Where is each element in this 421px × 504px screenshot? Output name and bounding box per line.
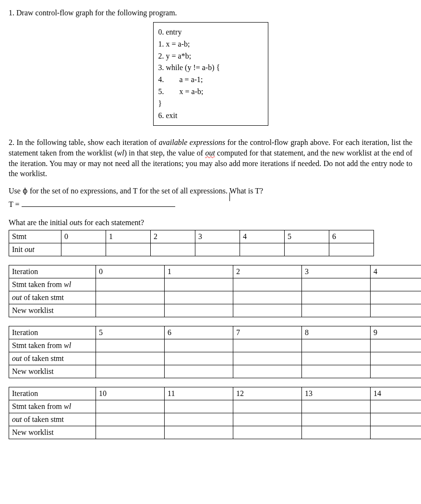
text: of taken stmt	[22, 354, 64, 362]
cell[interactable]	[371, 278, 421, 291]
cell[interactable]	[371, 339, 421, 352]
code-box: 0. entry 1. x = a-b; 2. y = a*b; 3. whil…	[153, 22, 268, 126]
text: New worklist	[12, 367, 54, 375]
cell[interactable]	[302, 400, 371, 413]
cell: 2	[151, 230, 195, 243]
cell: 8	[302, 326, 371, 339]
cell[interactable]	[233, 278, 302, 291]
cell[interactable]	[165, 365, 233, 378]
text-italic: wl	[64, 402, 71, 410]
cell[interactable]	[302, 304, 371, 317]
cell[interactable]	[371, 365, 421, 378]
cell: 4	[371, 265, 421, 278]
cell[interactable]	[233, 426, 302, 439]
cell: 5	[285, 230, 329, 243]
cell[interactable]	[96, 426, 165, 439]
cell[interactable]	[285, 243, 329, 256]
cell[interactable]	[165, 304, 233, 317]
cell[interactable]	[233, 400, 302, 413]
cell[interactable]	[302, 365, 371, 378]
cell[interactable]	[302, 413, 371, 426]
row-label: Iteration	[9, 265, 96, 278]
cell[interactable]	[371, 304, 421, 317]
cell[interactable]	[165, 352, 233, 365]
row-label: out of taken stmt	[9, 352, 96, 365]
code-line: 3. while (y != a-b) {	[158, 62, 263, 74]
t-question: Use ϕ for the set of no expressions, and…	[9, 186, 412, 196]
cell[interactable]	[165, 426, 233, 439]
cell[interactable]	[233, 365, 302, 378]
table-row: New worklist	[9, 304, 421, 317]
cell[interactable]	[165, 339, 233, 352]
cell[interactable]	[233, 304, 302, 317]
cell[interactable]	[151, 243, 195, 256]
cell[interactable]	[233, 352, 302, 365]
cell[interactable]	[96, 365, 165, 378]
table-row: New worklist	[9, 365, 421, 378]
cell[interactable]	[329, 243, 374, 256]
row-label: Init out	[9, 243, 61, 256]
cell[interactable]	[96, 413, 165, 426]
table-row: Iteration01234	[9, 265, 421, 278]
text: New worklist	[12, 306, 54, 314]
cell[interactable]	[371, 352, 421, 365]
cell[interactable]	[165, 291, 233, 304]
table-row: Iteration56789	[9, 326, 421, 339]
cell: 11	[165, 387, 233, 400]
text-italic: out	[12, 415, 22, 423]
text: 2. In the following table, show each ite…	[9, 138, 159, 146]
cell[interactable]	[233, 339, 302, 352]
cell: 5	[96, 326, 165, 339]
code-line: 6. exit	[158, 110, 263, 122]
cell[interactable]	[96, 339, 165, 352]
cell[interactable]	[165, 413, 233, 426]
cell[interactable]	[371, 426, 421, 439]
code-line: }	[158, 98, 263, 110]
q2-paragraph: 2. In the following table, show each ite…	[9, 137, 412, 179]
cell: 13	[302, 387, 371, 400]
cell: 3	[195, 230, 240, 243]
cell[interactable]	[96, 278, 165, 291]
cell: 4	[240, 230, 285, 243]
cell[interactable]	[240, 243, 285, 256]
text-italic: wl	[64, 280, 71, 288]
table-row: Iteration1011121314	[9, 387, 421, 400]
cell[interactable]	[371, 400, 421, 413]
iteration-table: Iteration01234Stmt taken from wlout of t…	[9, 265, 421, 317]
cell[interactable]	[371, 413, 421, 426]
table-row: out of taken stmt	[9, 413, 421, 426]
text: ) in that step, the value of	[124, 149, 205, 157]
text: of taken stmt	[22, 415, 64, 423]
code-line: 5. x = a-b;	[158, 86, 263, 98]
cell[interactable]	[165, 400, 233, 413]
cell[interactable]	[302, 291, 371, 304]
cell: 3	[302, 265, 371, 278]
cell[interactable]	[61, 243, 106, 256]
table-row: Stmt taken from wl	[9, 339, 421, 352]
cell: 0	[61, 230, 106, 243]
cell[interactable]	[233, 291, 302, 304]
cell[interactable]	[165, 278, 233, 291]
cell: 7	[233, 326, 302, 339]
cell[interactable]	[302, 426, 371, 439]
table-row: out of taken stmt	[9, 352, 421, 365]
cell[interactable]	[96, 400, 165, 413]
cell[interactable]	[96, 352, 165, 365]
cell[interactable]	[96, 304, 165, 317]
answer-blank[interactable]	[22, 199, 175, 207]
cell[interactable]	[106, 243, 151, 256]
text-italic: out	[70, 218, 79, 227]
cell: 14	[371, 387, 421, 400]
row-label: Stmt taken from wl	[9, 278, 96, 291]
cell[interactable]	[302, 278, 371, 291]
cell[interactable]	[233, 413, 302, 426]
cell[interactable]	[302, 352, 371, 365]
cell[interactable]	[371, 291, 421, 304]
cell: 0	[96, 265, 165, 278]
cell[interactable]	[195, 243, 240, 256]
cell[interactable]	[302, 339, 371, 352]
text: s for each statement?	[80, 218, 144, 227]
cell[interactable]	[96, 291, 165, 304]
code-line: 2. y = a*b;	[158, 50, 263, 62]
table-row: Stmt 0 1 2 3 4 5 6	[9, 230, 374, 243]
